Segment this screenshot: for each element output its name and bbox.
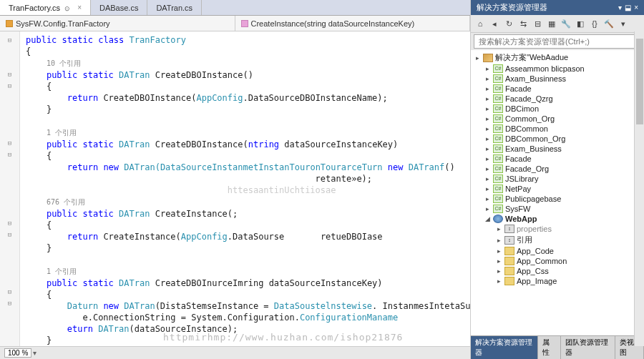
home-icon[interactable]: ⌂: [474, 17, 487, 30]
collapse-icon[interactable]: ◢: [484, 215, 491, 222]
project-node[interactable]: ▸Exam_Business: [471, 144, 644, 154]
expand-icon[interactable]: ▸: [495, 257, 502, 265]
project-node[interactable]: ▸Asseammon blicpason: [471, 64, 644, 74]
fold-toggle[interactable]: ⊟: [0, 137, 19, 149]
code-icon[interactable]: {}: [588, 17, 601, 30]
fold-toggle[interactable]: [0, 183, 19, 195]
expand-icon[interactable]: ▸: [484, 185, 491, 192]
preview-icon[interactable]: ◧: [574, 17, 587, 30]
expand-icon[interactable]: ▸: [495, 277, 502, 285]
fold-toggle[interactable]: [0, 275, 19, 286]
expand-icon[interactable]: ▸: [484, 95, 491, 102]
fold-toggle[interactable]: [0, 252, 19, 263]
expand-icon[interactable]: ▸: [484, 155, 491, 162]
project-node[interactable]: ▸Facade: [471, 84, 644, 94]
zoom-dropdown[interactable]: 100 %: [4, 348, 31, 358]
fold-toggle[interactable]: [0, 160, 19, 172]
show-all-icon[interactable]: ▦: [545, 17, 558, 30]
fold-toggle[interactable]: ⊟: [0, 297, 19, 309]
tab-team-explorer[interactable]: 团队资源管理器: [561, 336, 615, 359]
fold-toggle[interactable]: [0, 57, 19, 69]
fold-toggle[interactable]: [0, 206, 19, 217]
vertical-scrollbar[interactable]: [634, 31, 644, 346]
solution-node[interactable]: ▸解决方案"WebAadue: [471, 51, 644, 64]
expand-icon[interactable]: ▸: [484, 65, 491, 72]
references-node[interactable]: ▸引用: [471, 234, 644, 246]
expand-icon[interactable]: ▸: [484, 165, 491, 172]
project-node[interactable]: ▸JSLibrary: [471, 174, 644, 184]
expand-icon[interactable]: ▸: [484, 85, 491, 92]
fold-toggle[interactable]: ⊟: [0, 217, 19, 229]
project-node[interactable]: ▸Facade_Org: [471, 164, 644, 174]
project-node[interactable]: ▸Axam_Businness: [471, 74, 644, 84]
refresh-icon[interactable]: ↻: [502, 17, 515, 30]
project-node[interactable]: ▸DBCimon: [471, 104, 644, 114]
folder-node[interactable]: ▸App_Image: [471, 276, 644, 286]
expand-icon[interactable]: ▸: [484, 145, 491, 152]
pin-icon[interactable]: ⬓: [625, 4, 631, 11]
expand-icon[interactable]: ▸: [474, 54, 481, 62]
fold-toggle[interactable]: [0, 240, 19, 252]
fold-toggle[interactable]: ⊟: [0, 229, 19, 240]
fold-toggle[interactable]: [0, 92, 19, 103]
expand-icon[interactable]: ▸: [484, 125, 491, 132]
tab-dabase[interactable]: DABase.cs: [91, 0, 147, 15]
scrollbar-thumb[interactable]: [636, 39, 643, 124]
fold-toggle[interactable]: [0, 172, 19, 183]
expand-icon[interactable]: ▸: [484, 205, 491, 212]
expand-icon[interactable]: ▸: [484, 175, 491, 182]
folder-node[interactable]: ▸App_Common: [471, 256, 644, 266]
tab-tranfactory[interactable]: TranFactory.cs ⊙ ×: [0, 0, 91, 15]
project-node[interactable]: ▸Publicpagebase: [471, 194, 644, 204]
wrench-icon[interactable]: 🔨: [602, 17, 615, 30]
tab-properties[interactable]: 属性: [538, 336, 560, 359]
sync-icon[interactable]: ⇆: [517, 17, 530, 30]
search-input[interactable]: [474, 34, 641, 49]
fold-toggle[interactable]: ⊟: [0, 80, 19, 92]
expand-icon[interactable]: ▸: [484, 135, 491, 142]
fold-toggle[interactable]: [0, 103, 19, 114]
folder-node[interactable]: ▸App_Code: [471, 246, 644, 256]
dropdown-icon[interactable]: ▾: [618, 4, 622, 11]
code-text[interactable]: public static class TranFactory { 10 个引用…: [20, 31, 470, 346]
nav-member-dropdown[interactable]: CreateInstance(string dataSourceInstance…: [235, 16, 471, 31]
tab-solution-explorer[interactable]: 解决方案资源管理器: [471, 336, 538, 359]
project-node[interactable]: ▸Facade_Qzrg: [471, 94, 644, 104]
fold-toggle[interactable]: ⊟: [0, 286, 19, 297]
expand-icon[interactable]: ▸: [484, 195, 491, 202]
expand-icon[interactable]: ▸: [484, 75, 491, 82]
project-webapp[interactable]: ◢WebApp: [471, 214, 644, 224]
project-node[interactable]: ▸Common_Org: [471, 114, 644, 124]
expand-icon[interactable]: ▸: [484, 115, 491, 122]
expand-icon[interactable]: ▸: [495, 267, 502, 275]
project-node[interactable]: ▸SysFW: [471, 204, 644, 214]
fold-toggle[interactable]: ⊟: [0, 69, 19, 80]
back-icon[interactable]: ◂: [488, 17, 501, 30]
project-node[interactable]: ▸DBCommon_Org: [471, 134, 644, 144]
folder-node[interactable]: ▸App_Css: [471, 266, 644, 276]
fold-toggle[interactable]: [0, 126, 19, 137]
fold-toggle[interactable]: ⊟: [0, 149, 19, 160]
expand-icon[interactable]: ▸: [495, 225, 502, 232]
fold-toggle[interactable]: [0, 114, 19, 126]
fold-toggle[interactable]: [0, 195, 19, 206]
chevron-down-icon[interactable]: ▾: [33, 349, 36, 357]
close-icon[interactable]: ×: [77, 4, 82, 11]
fold-toggle[interactable]: [0, 263, 19, 275]
collapse-icon[interactable]: ⊟: [531, 17, 544, 30]
more-icon[interactable]: ▾: [617, 17, 630, 30]
close-icon[interactable]: ×: [634, 4, 638, 11]
tab-datran[interactable]: DATran.cs: [147, 0, 202, 15]
fold-toggle[interactable]: ⊟: [0, 34, 19, 46]
properties-icon[interactable]: 🔧: [560, 17, 572, 30]
properties-node[interactable]: ▸properties: [471, 224, 644, 234]
expand-icon[interactable]: ▸: [495, 247, 502, 255]
pin-icon[interactable]: ⊙: [64, 5, 70, 11]
project-node[interactable]: ▸Facade: [471, 154, 644, 164]
fold-toggle[interactable]: [0, 46, 19, 57]
expand-icon[interactable]: ▸: [495, 237, 502, 244]
project-node[interactable]: ▸DBCommon: [471, 124, 644, 134]
project-node[interactable]: ▸NetPay: [471, 184, 644, 194]
expand-icon[interactable]: ▸: [484, 105, 491, 112]
nav-type-dropdown[interactable]: SysFW.Config.TranFactory: [0, 16, 235, 31]
